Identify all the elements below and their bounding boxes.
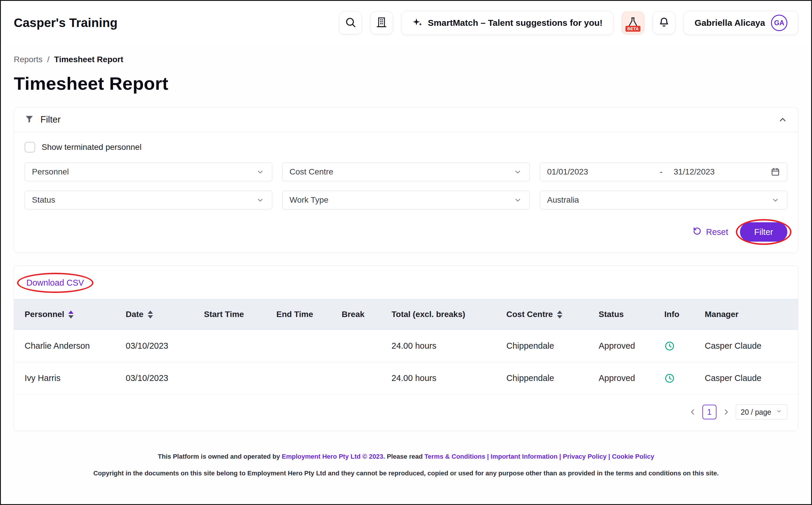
footer-separator: | bbox=[558, 453, 563, 460]
bell-icon bbox=[658, 16, 670, 29]
table-row: Ivy Harris 03/10/2023 24.00 hours Chippe… bbox=[14, 362, 798, 394]
status-select[interactable]: Status bbox=[25, 191, 272, 209]
footer-separator: | bbox=[607, 453, 612, 460]
app-window: Casper's Training SmartMatch – Talent su… bbox=[0, 0, 812, 505]
column-label: Info bbox=[664, 310, 679, 319]
cost-centre-select-value: Cost Centre bbox=[289, 167, 513, 177]
cell-date: 03/10/2023 bbox=[126, 341, 204, 351]
column-header-date[interactable]: Date bbox=[126, 310, 204, 319]
sort-icon[interactable] bbox=[557, 311, 562, 319]
filter-fields: Personnel Cost Centre 01/01/2023 - 31/12… bbox=[25, 162, 787, 209]
clock-icon[interactable] bbox=[664, 341, 705, 351]
cost-centre-select[interactable]: Cost Centre bbox=[282, 162, 530, 181]
reset-button[interactable]: Reset bbox=[693, 226, 728, 238]
breadcrumb-current: Timesheet Report bbox=[54, 55, 123, 64]
column-header-manager: Manager bbox=[705, 310, 787, 319]
cell-date: 03/10/2023 bbox=[126, 373, 204, 383]
breadcrumb-reports-link[interactable]: Reports bbox=[14, 55, 42, 64]
organisation-button[interactable] bbox=[370, 11, 393, 34]
show-terminated-label: Show terminated personnel bbox=[42, 143, 142, 152]
pagination-prev-icon[interactable] bbox=[689, 408, 697, 416]
pagination-page-1[interactable]: 1 bbox=[703, 405, 717, 419]
work-type-select[interactable]: Work Type bbox=[282, 191, 530, 209]
chevron-down-icon bbox=[256, 167, 265, 177]
user-name: Gabriella Alicaya bbox=[695, 18, 765, 28]
region-select[interactable]: Australia bbox=[540, 191, 787, 209]
sort-icon[interactable] bbox=[148, 311, 153, 319]
cell-status: Approved bbox=[599, 341, 664, 351]
cell-total: 24.00 hours bbox=[391, 341, 506, 351]
column-label: Total (excl. breaks) bbox=[391, 310, 465, 319]
table-row: Charlie Anderson 03/10/2023 24.00 hours … bbox=[14, 330, 798, 362]
breadcrumb-separator: / bbox=[47, 55, 49, 64]
column-label: Date bbox=[126, 310, 144, 319]
privacy-policy-link[interactable]: Privacy Policy bbox=[563, 453, 607, 460]
search-button[interactable] bbox=[339, 11, 362, 34]
app-title: Casper's Training bbox=[14, 16, 117, 30]
timesheet-table: Personnel Date Start Time End Time Break bbox=[14, 299, 798, 394]
cell-total: 24.00 hours bbox=[391, 373, 506, 383]
smartmatch-label: SmartMatch – Talent suggestions for you! bbox=[428, 18, 602, 28]
column-label: Personnel bbox=[25, 310, 64, 319]
cookie-policy-link[interactable]: Cookie Policy bbox=[612, 453, 654, 460]
page-size-select[interactable]: 20 / page bbox=[736, 404, 787, 419]
beta-features-button[interactable]: BETA bbox=[621, 11, 644, 34]
chevron-down-icon bbox=[513, 195, 523, 205]
employment-hero-link[interactable]: Employment Hero Pty Ltd © 2023 bbox=[282, 453, 383, 460]
reset-label: Reset bbox=[706, 227, 728, 237]
pagination-next-icon[interactable] bbox=[722, 408, 730, 416]
cell-status: Approved bbox=[599, 373, 664, 383]
status-select-value: Status bbox=[32, 195, 256, 205]
footer-separator: | bbox=[485, 453, 491, 460]
avatar: GA bbox=[771, 15, 787, 31]
top-bar: Casper's Training SmartMatch – Talent su… bbox=[1, 1, 811, 45]
notifications-button[interactable] bbox=[652, 11, 675, 34]
column-label: Status bbox=[599, 310, 624, 319]
date-to-value[interactable]: 31/12/2023 bbox=[668, 167, 771, 177]
footer-line-1: This Platform is owned and operated by E… bbox=[18, 452, 794, 461]
date-from-value[interactable]: 01/01/2023 bbox=[547, 167, 654, 177]
filter-panel-title: Filter bbox=[40, 114, 61, 125]
column-label: Break bbox=[342, 310, 364, 319]
date-range-field[interactable]: 01/01/2023 - 31/12/2023 bbox=[540, 162, 787, 181]
personnel-select[interactable]: Personnel bbox=[25, 162, 272, 181]
sparkles-icon bbox=[412, 17, 423, 29]
top-bar-actions: SmartMatch – Talent suggestions for you!… bbox=[339, 11, 798, 35]
sort-icon[interactable] bbox=[68, 311, 73, 319]
calendar-icon bbox=[771, 167, 780, 177]
pagination: 1 20 / page bbox=[14, 394, 798, 423]
column-label: End Time bbox=[276, 310, 313, 319]
column-header-end-time: End Time bbox=[276, 310, 342, 319]
smartmatch-button[interactable]: SmartMatch – Talent suggestions for you! bbox=[401, 11, 613, 35]
download-csv-link[interactable]: Download CSV bbox=[25, 277, 86, 289]
cell-cost-centre: Chippendale bbox=[506, 341, 599, 351]
chevron-up-icon[interactable] bbox=[778, 115, 787, 124]
cell-cost-centre: Chippendale bbox=[506, 373, 599, 383]
column-header-info: Info bbox=[664, 310, 705, 319]
filter-button[interactable]: Filter bbox=[740, 222, 787, 242]
table-header-row: Personnel Date Start Time End Time Break bbox=[14, 299, 798, 330]
cell-manager: Casper Claude bbox=[705, 373, 787, 383]
footer-text: . Please read bbox=[383, 453, 425, 460]
column-label: Cost Centre bbox=[506, 310, 553, 319]
terms-conditions-link[interactable]: Terms & Conditions bbox=[425, 453, 485, 460]
user-menu-button[interactable]: Gabriella Alicaya GA bbox=[684, 11, 798, 35]
column-header-start-time: Start Time bbox=[204, 310, 276, 319]
important-information-link[interactable]: Important Information bbox=[491, 453, 558, 460]
page-title: Timesheet Report bbox=[1, 64, 811, 94]
chevron-down-icon bbox=[771, 195, 780, 205]
clock-icon[interactable] bbox=[664, 373, 705, 383]
column-header-cost-centre[interactable]: Cost Centre bbox=[506, 310, 599, 319]
show-terminated-checkbox[interactable] bbox=[25, 142, 35, 153]
footer-line-2: Copyright in the documents on this site … bbox=[18, 468, 794, 478]
footer: This Platform is owned and operated by E… bbox=[1, 452, 811, 478]
breadcrumb: Reports / Timesheet Report bbox=[1, 45, 811, 64]
footer-text: This Platform is owned and operated by bbox=[158, 453, 282, 460]
cell-manager: Casper Claude bbox=[705, 341, 787, 351]
filter-panel-header[interactable]: Filter bbox=[14, 108, 798, 132]
results-panel: Download CSV Personnel Date Start Time E… bbox=[14, 266, 798, 431]
column-header-break: Break bbox=[342, 310, 391, 319]
cell-personnel: Ivy Harris bbox=[25, 373, 126, 383]
column-header-personnel[interactable]: Personnel bbox=[25, 310, 126, 319]
beta-badge: BETA bbox=[626, 26, 640, 32]
